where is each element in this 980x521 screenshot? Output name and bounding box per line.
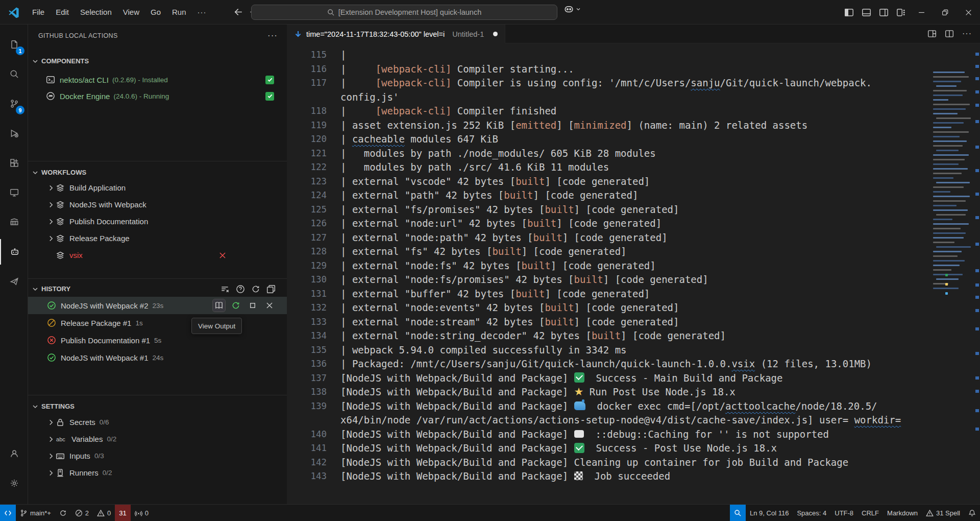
menu-selection[interactable]: Selection	[75, 5, 117, 19]
error-icon	[75, 509, 83, 517]
section-components[interactable]: COMPONENTS	[28, 54, 287, 68]
status-search-highlight[interactable]	[730, 505, 746, 521]
editor-line: 129| external "node:fs" 42 bytes [built]…	[287, 259, 980, 273]
split-editor-icon[interactable]	[945, 29, 954, 38]
history-item[interactable]: Release Package #11s	[28, 314, 287, 331]
help-icon[interactable]	[236, 285, 245, 294]
status-spell-issue-count[interactable]: 31	[115, 505, 130, 521]
more-actions-icon[interactable]: ···	[267, 31, 278, 41]
toggle-primary-sidebar-icon[interactable]	[840, 4, 857, 21]
menu-go[interactable]: Go	[145, 5, 166, 19]
customize-layout-icon[interactable]	[892, 4, 910, 21]
chevron-right-icon[interactable]	[46, 468, 56, 478]
status-notifications[interactable]	[964, 505, 980, 521]
workflow-release-package[interactable]: Release Package	[28, 230, 287, 247]
minimize-button[interactable]	[910, 0, 933, 25]
status-cursor-position[interactable]: Ln 9, Col 116	[746, 505, 793, 521]
status-problems-warnings[interactable]: 0	[93, 505, 115, 521]
activity-accounts[interactable]	[0, 441, 28, 466]
activity-remote-explorer[interactable]	[0, 180, 28, 205]
tab-title: time="2024-11-17T18:32:43-05:00" level=i	[306, 30, 445, 38]
chevron-right-icon[interactable]	[46, 200, 56, 209]
history-item[interactable]: NodeJS with Webpack #124s	[28, 349, 287, 366]
close-button[interactable]	[957, 0, 980, 25]
toggle-panel-icon[interactable]	[857, 4, 875, 21]
stop-icon[interactable]	[247, 299, 259, 312]
component-act-cli[interactable]: nektos/act CLI(0.2.69) - Installed	[28, 72, 287, 88]
chevron-right-icon[interactable]	[46, 435, 56, 444]
activity-extensions[interactable]	[0, 150, 28, 176]
chevron-right-icon[interactable]	[46, 234, 56, 243]
menu-view[interactable]: View	[117, 5, 145, 19]
refresh-icon[interactable]	[251, 285, 260, 294]
chevron-right-icon[interactable]	[46, 418, 56, 427]
checked-checkbox[interactable]	[265, 92, 274, 101]
workflow-vsix[interactable]: vsix	[28, 247, 287, 264]
collapse-all-icon[interactable]	[266, 285, 276, 294]
more-actions-icon[interactable]: ···	[962, 29, 972, 38]
toggle-secondary-sidebar-icon[interactable]	[875, 4, 892, 21]
activity-manage[interactable]	[0, 470, 28, 496]
copilot-button[interactable]	[564, 4, 581, 14]
view-output-icon[interactable]	[213, 299, 225, 312]
setting-secrets[interactable]: Secrets0/6	[28, 414, 287, 431]
status-spell-status[interactable]: 31 Spell	[922, 505, 964, 521]
remove-workflow-icon[interactable]	[218, 251, 227, 260]
status-forwarded-ports[interactable]: 0	[131, 505, 153, 521]
line-number: 126	[287, 217, 327, 231]
menu-[interactable]: ···	[192, 5, 212, 19]
component-docker-engine[interactable]: Docker Engine(24.0.6) - Running	[28, 88, 287, 104]
command-center-search[interactable]: [Extension Development Host] quick-launc…	[251, 5, 557, 20]
status-remote-indicator[interactable]	[0, 505, 16, 521]
status-indentation[interactable]: Spaces: 4	[793, 505, 830, 521]
line-number: 132	[287, 301, 327, 315]
clear-history-icon[interactable]	[220, 285, 230, 294]
setting-runners[interactable]: Runners0/2	[28, 464, 287, 481]
activity-source-control[interactable]: 9	[0, 91, 28, 116]
restore-button[interactable]	[933, 0, 957, 25]
status-label: main*+	[30, 509, 51, 517]
workflow-build-application[interactable]: Build Application	[28, 179, 287, 196]
history-item[interactable]: NodeJS with Webpack #223s	[28, 297, 287, 314]
menu-edit[interactable]: Edit	[50, 5, 75, 19]
checked-checkbox[interactable]	[265, 76, 274, 84]
activity-search[interactable]	[0, 61, 28, 87]
setting-label: Variables	[71, 435, 103, 443]
editor-line: 142[NodeJS with Webpack/Build and Packag…	[287, 456, 980, 470]
editor-line: 136| Packaged: /mnt/c/Users/sanju/Git/qu…	[287, 357, 980, 371]
status-language-mode[interactable]: Markdown	[883, 505, 922, 521]
activity-explorer[interactable]: 1	[0, 32, 28, 57]
toggle-layout-icon[interactable]	[927, 29, 937, 38]
setting-inputs[interactable]: Inputs0/3	[28, 447, 287, 464]
status-encoding[interactable]: UTF-8	[830, 505, 857, 521]
tab-untitled-1[interactable]: time="2024-11-17T18:32:43-05:00" level=i…	[287, 25, 505, 43]
setting-variables[interactable]: abcVariables0/2	[28, 431, 287, 447]
modified-dot-icon[interactable]	[493, 32, 498, 36]
back-button[interactable]	[233, 7, 242, 17]
file-arrow-down-icon	[294, 30, 302, 38]
section-workflows[interactable]: WORKFLOWS	[28, 165, 287, 179]
activity-publish[interactable]	[0, 269, 28, 294]
history-item[interactable]: Publish Documentation #15s	[28, 331, 287, 349]
status-git-branch[interactable]: main*+	[16, 505, 55, 521]
status-sync-changes[interactable]	[55, 505, 71, 521]
menu-run[interactable]: Run	[166, 5, 192, 19]
activity-github-local-actions[interactable]	[0, 239, 28, 265]
section-settings[interactable]: SETTINGS	[28, 399, 287, 413]
status-label: Spaces: 4	[797, 509, 826, 517]
status-problems-errors[interactable]: 2	[71, 505, 93, 521]
status-eol-sequence[interactable]: CRLF	[857, 505, 883, 521]
dismiss-icon[interactable]	[263, 299, 276, 312]
activity-run-debug[interactable]	[0, 121, 28, 146]
chevron-right-icon[interactable]	[46, 217, 56, 226]
workflow-publish-documentation[interactable]: Publish Documentation	[28, 213, 287, 230]
code-editor[interactable]: 115|116| [webpack-cli] Compiler starting…	[287, 43, 980, 504]
section-history[interactable]: HISTORY	[28, 282, 287, 296]
workflow-nodejs-with-webpack[interactable]: NodeJS with Webpack	[28, 196, 287, 213]
menu-file[interactable]: File	[27, 5, 50, 19]
minimap[interactable]	[932, 45, 973, 300]
activity-containers[interactable]	[0, 209, 28, 235]
chevron-right-icon[interactable]	[46, 183, 56, 193]
chevron-right-icon[interactable]	[46, 452, 56, 461]
restart-icon[interactable]	[230, 299, 242, 312]
